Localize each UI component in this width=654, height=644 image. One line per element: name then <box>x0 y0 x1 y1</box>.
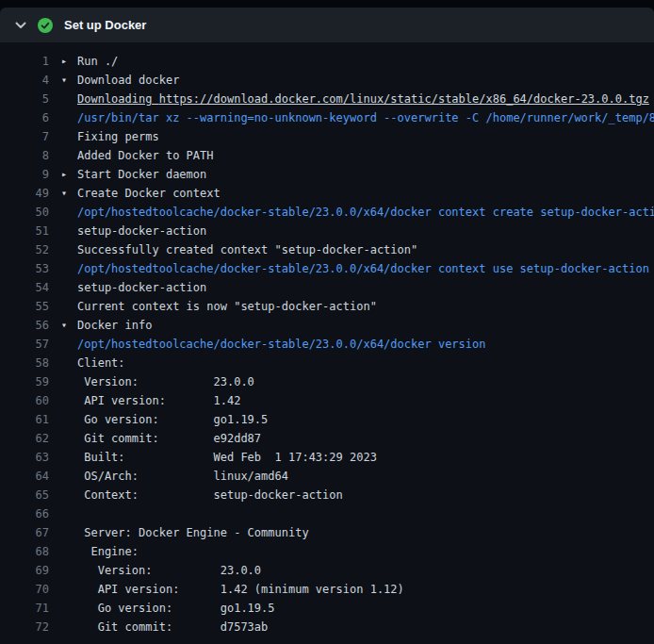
line-number[interactable]: 58 <box>0 354 49 372</box>
log-line: 5Downloading https://download.docker.com… <box>0 90 654 108</box>
line-number[interactable]: 56 <box>0 316 49 335</box>
log-text: Fixing perms <box>77 130 159 143</box>
log-line: 9▸Start Docker daemon <box>0 165 654 184</box>
command-text: /usr/bin/tar xz --warning=no-unknown-key… <box>77 111 654 124</box>
line-number[interactable]: 50 <box>0 203 49 222</box>
log-line: 59 Version: 23.0.0 <box>0 372 654 391</box>
group-chevron-expanded-icon[interactable]: ▾ <box>61 316 67 335</box>
log-line: 65 Context: setup-docker-action <box>0 486 654 504</box>
log-line: 68 Engine: <box>0 542 654 561</box>
group-chevron-collapsed-icon[interactable]: ▸ <box>61 165 67 184</box>
step-header[interactable]: Set up Docker <box>0 8 654 42</box>
log-line: 62 Git commit: e92dd87 <box>0 429 654 448</box>
log-text: Version: 23.0.0 <box>77 564 261 577</box>
log-line: 49▾Create Docker context <box>0 184 654 203</box>
log-line: 70 API version: 1.42 (minimum version 1.… <box>0 580 654 599</box>
group-title[interactable]: Run ./ <box>77 55 118 68</box>
command-text: /opt/hostedtoolcache/docker-stable/23.0.… <box>77 338 485 351</box>
log-line: 64 OS/Arch: linux/amd64 <box>0 467 654 486</box>
log-line: 67 Server: Docker Engine - Community <box>0 523 654 542</box>
log-text: Context: setup-docker-action <box>77 488 343 502</box>
chevron-down-icon[interactable] <box>15 22 26 29</box>
log-url-link[interactable]: https://download.docker.com/linux/static… <box>159 92 649 106</box>
line-number[interactable]: 6 <box>0 108 49 127</box>
line-number[interactable]: 9 <box>0 165 49 184</box>
line-number[interactable]: 8 <box>0 146 49 165</box>
log-line: 53/opt/hostedtoolcache/docker-stable/23.… <box>0 259 654 278</box>
line-number[interactable]: 63 <box>0 448 49 467</box>
line-number[interactable]: 59 <box>0 372 49 391</box>
line-number[interactable]: 54 <box>0 278 49 297</box>
log-text: Version: 23.0.0 <box>77 375 254 388</box>
log-line: 4▾Download docker <box>0 71 654 90</box>
line-number[interactable]: 62 <box>0 429 49 448</box>
log-text: Go version: go1.19.5 <box>77 602 275 615</box>
line-number[interactable]: 52 <box>0 240 49 259</box>
line-number[interactable]: 60 <box>0 391 49 410</box>
line-number[interactable]: 7 <box>0 127 49 146</box>
log-line: 57/opt/hostedtoolcache/docker-stable/23.… <box>0 335 654 354</box>
log-text: Engine: <box>77 545 139 558</box>
log-line: 61 Go version: go1.19.5 <box>0 410 654 429</box>
line-number[interactable]: 66 <box>0 504 49 523</box>
line-number[interactable]: 70 <box>0 580 49 599</box>
log-text: Git commit: e92dd87 <box>77 432 261 445</box>
log-text: Current context is now "setup-docker-act… <box>77 300 377 313</box>
line-number[interactable]: 67 <box>0 523 49 542</box>
log-text: Git commit: d7573ab <box>77 620 268 634</box>
line-number[interactable]: 72 <box>0 618 49 636</box>
line-number[interactable]: 5 <box>0 90 49 108</box>
log-line: 66 <box>0 504 654 523</box>
log-line: 52Successfully created context "setup-do… <box>0 240 654 259</box>
log-text: API version: 1.42 <box>77 394 240 407</box>
check-circle-success-icon <box>38 18 53 33</box>
log-text: API version: 1.42 (minimum version 1.12) <box>77 583 404 596</box>
line-number[interactable]: 1 <box>0 52 49 71</box>
line-number[interactable]: 57 <box>0 335 49 354</box>
line-number[interactable]: 53 <box>0 259 49 278</box>
log-line: 63 Built: Wed Feb 1 17:43:29 2023 <box>0 448 654 467</box>
line-number[interactable]: 69 <box>0 561 49 580</box>
log-text: Downloading <box>77 92 159 106</box>
step-title: Set up Docker <box>64 18 146 32</box>
log-text: Successfully created context "setup-dock… <box>77 243 417 256</box>
group-chevron-expanded-icon[interactable]: ▾ <box>61 71 67 90</box>
log-text: Server: Docker Engine - Community <box>77 526 309 539</box>
log-line: 55Current context is now "setup-docker-a… <box>0 297 654 316</box>
log-line: 7Fixing perms <box>0 127 654 146</box>
line-number[interactable]: 4 <box>0 71 49 90</box>
log-text: OS/Arch: linux/amd64 <box>77 470 288 483</box>
log-text: setup-docker-action <box>77 224 206 238</box>
group-chevron-collapsed-icon[interactable]: ▸ <box>61 52 67 71</box>
line-number[interactable]: 55 <box>0 297 49 316</box>
line-number[interactable]: 49 <box>0 184 49 203</box>
line-number[interactable]: 68 <box>0 542 49 561</box>
command-text: /opt/hostedtoolcache/docker-stable/23.0.… <box>77 262 649 275</box>
line-number[interactable]: 51 <box>0 222 49 240</box>
log-line: 8Added Docker to PATH <box>0 146 654 165</box>
log-line: 6/usr/bin/tar xz --warning=no-unknown-ke… <box>0 108 654 127</box>
group-title[interactable]: Download docker <box>77 74 179 87</box>
log-line: 56▾Docker info <box>0 316 654 335</box>
log-text: Added Docker to PATH <box>77 149 214 162</box>
group-title[interactable]: Start Docker daemon <box>77 168 206 181</box>
group-chevron-expanded-icon[interactable]: ▾ <box>61 184 67 203</box>
log-line: 1▸Run ./ <box>0 52 654 71</box>
group-title[interactable]: Create Docker context <box>77 187 221 200</box>
log-text: Client: <box>77 356 125 370</box>
log-line: 51setup-docker-action <box>0 222 654 240</box>
log-lines: 1▸Run ./4▾Download docker5Downloading ht… <box>0 42 654 644</box>
line-number[interactable]: 65 <box>0 486 49 504</box>
line-number[interactable]: 64 <box>0 467 49 486</box>
group-title[interactable]: Docker info <box>77 319 152 332</box>
line-number[interactable]: 71 <box>0 599 49 618</box>
log-line: 60 API version: 1.42 <box>0 391 654 410</box>
log-line: 69 Version: 23.0.0 <box>0 561 654 580</box>
log-line: 54setup-docker-action <box>0 278 654 297</box>
command-text: /opt/hostedtoolcache/docker-stable/23.0.… <box>77 206 654 219</box>
log-line: 50/opt/hostedtoolcache/docker-stable/23.… <box>0 203 654 222</box>
log-line: 71 Go version: go1.19.5 <box>0 599 654 618</box>
log-text: setup-docker-action <box>77 281 206 294</box>
line-number[interactable]: 61 <box>0 410 49 429</box>
log-line: 72 Git commit: d7573ab <box>0 618 654 636</box>
